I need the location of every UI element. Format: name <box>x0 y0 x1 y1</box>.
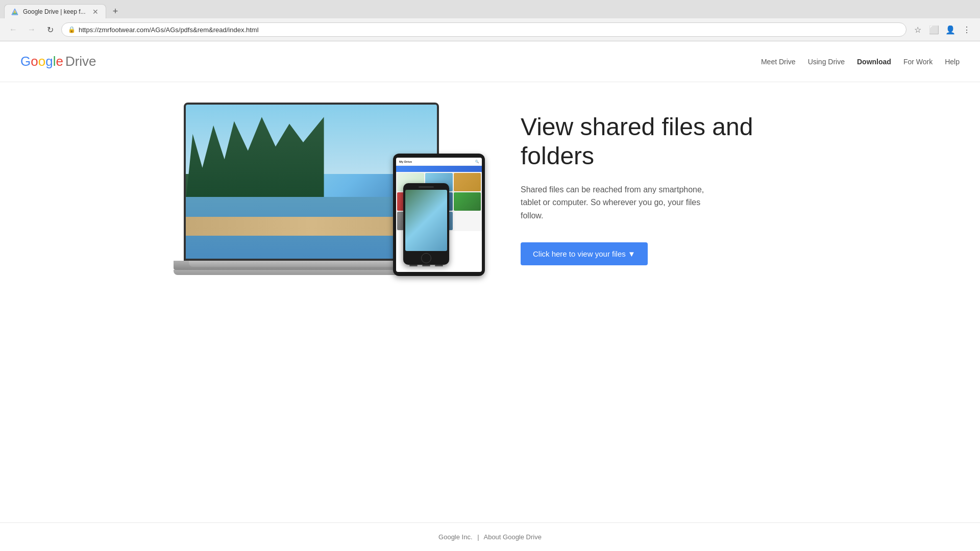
site-logo[interactable]: Google Drive <box>20 54 96 69</box>
browser-chrome: Google Drive | keep f... ✕ + ← → ↻ 🔒 htt… <box>0 0 980 41</box>
tab-title: Google Drive | keep f... <box>23 8 87 15</box>
about-drive-link[interactable]: About Google Drive <box>483 533 541 541</box>
google-logo-text: Google <box>20 54 63 69</box>
phone-body <box>403 183 449 265</box>
phone-background <box>405 190 447 251</box>
svg-rect-3 <box>13 13 17 14</box>
tablet-grid-item <box>454 173 481 191</box>
forward-button[interactable]: → <box>24 22 39 37</box>
hero-text-content: View shared files and folders Shared fil… <box>521 112 806 266</box>
new-tab-button[interactable]: + <box>108 4 122 18</box>
profile-button[interactable]: 👤 <box>943 22 958 37</box>
for-work-link[interactable]: For Work <box>903 58 933 66</box>
phone-home-button <box>421 253 431 263</box>
bookmark-button[interactable]: ☆ <box>911 22 925 37</box>
footer-separator: | <box>477 533 479 541</box>
menu-button[interactable]: ⋮ <box>960 22 974 37</box>
tablet-grid-item <box>454 192 481 211</box>
back-button[interactable]: ← <box>6 22 20 37</box>
cast-button[interactable]: ⬜ <box>927 22 941 37</box>
using-drive-link[interactable]: Using Drive <box>808 58 845 66</box>
phone-back-button <box>409 265 418 266</box>
tablet-toolbar <box>396 166 482 172</box>
security-icon: 🔒 <box>68 26 76 33</box>
browser-actions: ☆ ⬜ 👤 ⋮ <box>911 22 974 37</box>
help-link[interactable]: Help <box>945 58 960 66</box>
active-tab[interactable]: Google Drive | keep f... ✕ <box>4 4 106 18</box>
download-link[interactable]: Download <box>857 58 891 66</box>
reload-button[interactable]: ↻ <box>43 22 57 37</box>
hero-title: View shared files and folders <box>521 112 806 171</box>
phone-nav-buttons <box>405 265 447 266</box>
phone-screen <box>405 190 447 251</box>
phone-home-btn <box>422 265 430 266</box>
tablet-screen-header: My Drive 🔍 <box>396 158 482 166</box>
hero-section: My Drive 🔍 <box>133 82 847 295</box>
hero-description: Shared files can be reached from any sma… <box>521 183 725 222</box>
address-bar: ← → ↻ 🔒 https://zmrfootwear.com/AGs/AGs/… <box>0 18 980 41</box>
phone-illustration <box>403 183 449 265</box>
phone-menu-btn <box>435 265 443 266</box>
site-footer: Google Inc. | About Google Drive <box>0 522 980 551</box>
hero-devices-image: My Drive 🔍 <box>174 103 490 275</box>
url-bar[interactable]: 🔒 https://zmrfootwear.com/AGs/AGs/pdfs&r… <box>61 22 906 37</box>
meet-drive-link[interactable]: Meet Drive <box>761 58 796 66</box>
tab-close-button[interactable]: ✕ <box>91 8 100 16</box>
tab-bar: Google Drive | keep f... ✕ + <box>0 0 980 18</box>
page-content: Google Drive Meet Drive Using Drive Down… <box>0 41 980 551</box>
tablet-app-title: My Drive <box>399 160 412 163</box>
tablet-search-icon: 🔍 <box>475 160 479 163</box>
footer-company: Google Inc. <box>438 533 473 541</box>
site-nav: Meet Drive Using Drive Download For Work… <box>761 58 960 66</box>
url-text: https://zmrfootwear.com/AGs/AGs/pdfs&rem… <box>79 26 900 34</box>
site-header: Google Drive Meet Drive Using Drive Down… <box>0 41 980 82</box>
tab-favicon <box>11 8 19 16</box>
drive-logo-text: Drive <box>65 54 96 69</box>
view-files-button[interactable]: Click here to view your files ▼ <box>521 242 648 265</box>
phone-speaker <box>419 186 434 188</box>
